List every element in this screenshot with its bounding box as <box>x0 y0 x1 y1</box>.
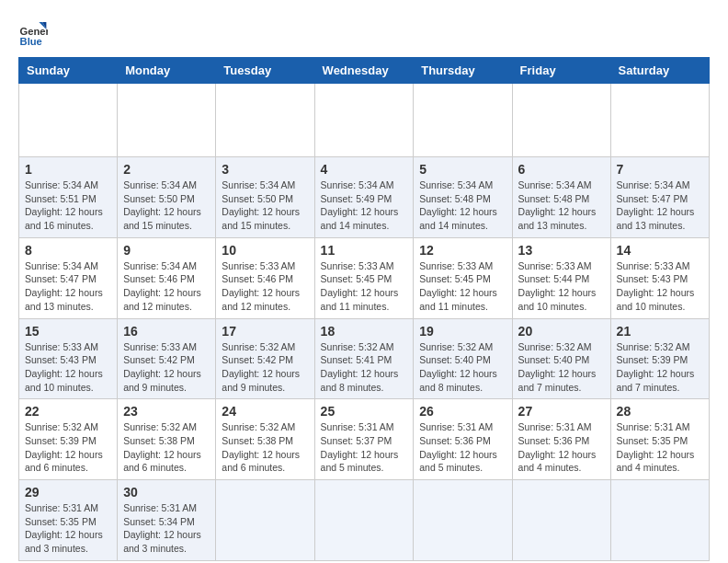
day-info: Sunrise: 5:32 AMSunset: 5:38 PMDaylight:… <box>222 420 308 475</box>
day-number: 10 <box>222 243 308 258</box>
day-info: Sunrise: 5:34 AMSunset: 5:46 PMDaylight:… <box>123 259 210 314</box>
day-number: 13 <box>518 243 605 258</box>
calendar-cell <box>512 480 610 561</box>
day-info: Sunrise: 5:34 AMSunset: 5:50 PMDaylight:… <box>222 178 308 233</box>
day-number: 12 <box>419 243 506 258</box>
day-number: 27 <box>518 404 605 419</box>
day-number: 23 <box>123 404 210 419</box>
calendar-cell: 22 Sunrise: 5:32 AMSunset: 5:39 PMDaylig… <box>19 399 118 480</box>
day-number: 15 <box>25 324 111 339</box>
calendar-cell: 8 Sunrise: 5:34 AMSunset: 5:47 PMDayligh… <box>19 237 118 318</box>
day-info: Sunrise: 5:31 AMSunset: 5:36 PMDaylight:… <box>518 420 605 475</box>
day-info: Sunrise: 5:34 AMSunset: 5:51 PMDaylight:… <box>25 178 111 233</box>
logo: General Blue <box>18 18 51 48</box>
calendar-cell <box>512 84 610 157</box>
col-header-friday: Friday <box>512 58 610 84</box>
day-info: Sunrise: 5:33 AMSunset: 5:43 PMDaylight:… <box>25 340 111 395</box>
day-number: 17 <box>222 324 308 339</box>
calendar-cell: 10 Sunrise: 5:33 AMSunset: 5:46 PMDaylig… <box>216 237 314 318</box>
col-header-wednesday: Wednesday <box>314 58 414 84</box>
day-info: Sunrise: 5:34 AMSunset: 5:47 PMDaylight:… <box>25 259 111 314</box>
page-header: General Blue <box>18 18 710 48</box>
calendar-cell <box>314 480 414 561</box>
day-info: Sunrise: 5:31 AMSunset: 5:37 PMDaylight:… <box>321 420 408 475</box>
day-number: 8 <box>25 243 111 258</box>
day-info: Sunrise: 5:31 AMSunset: 5:35 PMDaylight:… <box>25 501 111 556</box>
day-info: Sunrise: 5:31 AMSunset: 5:34 PMDaylight:… <box>123 501 210 556</box>
day-number: 26 <box>419 404 506 419</box>
day-number: 29 <box>25 485 111 500</box>
day-info: Sunrise: 5:32 AMSunset: 5:39 PMDaylight:… <box>25 420 111 475</box>
day-number: 24 <box>222 404 308 419</box>
calendar-cell: 17 Sunrise: 5:32 AMSunset: 5:42 PMDaylig… <box>216 318 314 399</box>
calendar-cell: 9 Sunrise: 5:34 AMSunset: 5:46 PMDayligh… <box>118 237 216 318</box>
calendar-cell: 26 Sunrise: 5:31 AMSunset: 5:36 PMDaylig… <box>414 399 512 480</box>
calendar-cell <box>19 84 118 157</box>
day-number: 14 <box>617 243 703 258</box>
day-number: 5 <box>419 162 506 177</box>
calendar-cell <box>414 480 512 561</box>
day-number: 3 <box>222 162 308 177</box>
day-info: Sunrise: 5:33 AMSunset: 5:44 PMDaylight:… <box>518 259 605 314</box>
day-number: 25 <box>321 404 408 419</box>
calendar-cell: 28 Sunrise: 5:31 AMSunset: 5:35 PMDaylig… <box>610 399 709 480</box>
calendar-cell: 7 Sunrise: 5:34 AMSunset: 5:47 PMDayligh… <box>610 157 709 238</box>
day-number: 1 <box>25 162 111 177</box>
col-header-tuesday: Tuesday <box>216 58 314 84</box>
day-number: 11 <box>321 243 408 258</box>
calendar-cell: 20 Sunrise: 5:32 AMSunset: 5:40 PMDaylig… <box>512 318 610 399</box>
day-number: 7 <box>617 162 703 177</box>
day-info: Sunrise: 5:32 AMSunset: 5:40 PMDaylight:… <box>419 340 506 395</box>
calendar-cell: 29 Sunrise: 5:31 AMSunset: 5:35 PMDaylig… <box>19 480 118 561</box>
calendar-cell: 15 Sunrise: 5:33 AMSunset: 5:43 PMDaylig… <box>19 318 118 399</box>
logo-icon: General Blue <box>18 18 48 48</box>
calendar-cell: 12 Sunrise: 5:33 AMSunset: 5:45 PMDaylig… <box>414 237 512 318</box>
calendar-table: SundayMondayTuesdayWednesdayThursdayFrid… <box>18 57 710 561</box>
day-info: Sunrise: 5:31 AMSunset: 5:36 PMDaylight:… <box>419 420 506 475</box>
day-number: 30 <box>123 485 210 500</box>
calendar-cell: 6 Sunrise: 5:34 AMSunset: 5:48 PMDayligh… <box>512 157 610 238</box>
calendar-cell: 14 Sunrise: 5:33 AMSunset: 5:43 PMDaylig… <box>610 237 709 318</box>
calendar-cell: 16 Sunrise: 5:33 AMSunset: 5:42 PMDaylig… <box>118 318 216 399</box>
day-info: Sunrise: 5:32 AMSunset: 5:38 PMDaylight:… <box>123 420 210 475</box>
day-info: Sunrise: 5:32 AMSunset: 5:40 PMDaylight:… <box>518 340 605 395</box>
day-info: Sunrise: 5:34 AMSunset: 5:48 PMDaylight:… <box>518 178 605 233</box>
calendar-cell: 2 Sunrise: 5:34 AMSunset: 5:50 PMDayligh… <box>118 157 216 238</box>
day-number: 19 <box>419 324 506 339</box>
calendar-cell <box>118 84 216 157</box>
day-info: Sunrise: 5:34 AMSunset: 5:48 PMDaylight:… <box>419 178 506 233</box>
day-info: Sunrise: 5:32 AMSunset: 5:39 PMDaylight:… <box>617 340 703 395</box>
calendar-cell: 24 Sunrise: 5:32 AMSunset: 5:38 PMDaylig… <box>216 399 314 480</box>
day-info: Sunrise: 5:33 AMSunset: 5:45 PMDaylight:… <box>321 259 408 314</box>
calendar-cell <box>314 84 414 157</box>
day-number: 9 <box>123 243 210 258</box>
calendar-cell: 19 Sunrise: 5:32 AMSunset: 5:40 PMDaylig… <box>414 318 512 399</box>
svg-text:Blue: Blue <box>20 36 42 47</box>
day-number: 2 <box>123 162 210 177</box>
day-number: 18 <box>321 324 408 339</box>
calendar-cell: 25 Sunrise: 5:31 AMSunset: 5:37 PMDaylig… <box>314 399 414 480</box>
day-number: 16 <box>123 324 210 339</box>
day-info: Sunrise: 5:32 AMSunset: 5:41 PMDaylight:… <box>321 340 408 395</box>
day-info: Sunrise: 5:34 AMSunset: 5:50 PMDaylight:… <box>123 178 210 233</box>
calendar-cell: 18 Sunrise: 5:32 AMSunset: 5:41 PMDaylig… <box>314 318 414 399</box>
day-number: 22 <box>25 404 111 419</box>
calendar-cell: 11 Sunrise: 5:33 AMSunset: 5:45 PMDaylig… <box>314 237 414 318</box>
col-header-monday: Monday <box>118 58 216 84</box>
calendar-cell: 27 Sunrise: 5:31 AMSunset: 5:36 PMDaylig… <box>512 399 610 480</box>
calendar-cell: 23 Sunrise: 5:32 AMSunset: 5:38 PMDaylig… <box>118 399 216 480</box>
svg-text:General: General <box>20 26 48 37</box>
day-number: 28 <box>617 404 703 419</box>
calendar-cell <box>216 480 314 561</box>
calendar-cell: 21 Sunrise: 5:32 AMSunset: 5:39 PMDaylig… <box>610 318 709 399</box>
calendar-cell: 4 Sunrise: 5:34 AMSunset: 5:49 PMDayligh… <box>314 157 414 238</box>
day-info: Sunrise: 5:33 AMSunset: 5:45 PMDaylight:… <box>419 259 506 314</box>
day-number: 21 <box>617 324 703 339</box>
calendar-cell: 3 Sunrise: 5:34 AMSunset: 5:50 PMDayligh… <box>216 157 314 238</box>
calendar-cell <box>216 84 314 157</box>
day-info: Sunrise: 5:32 AMSunset: 5:42 PMDaylight:… <box>222 340 308 395</box>
calendar-cell: 1 Sunrise: 5:34 AMSunset: 5:51 PMDayligh… <box>19 157 118 238</box>
col-header-saturday: Saturday <box>610 58 709 84</box>
day-info: Sunrise: 5:34 AMSunset: 5:49 PMDaylight:… <box>321 178 408 233</box>
calendar-cell: 13 Sunrise: 5:33 AMSunset: 5:44 PMDaylig… <box>512 237 610 318</box>
